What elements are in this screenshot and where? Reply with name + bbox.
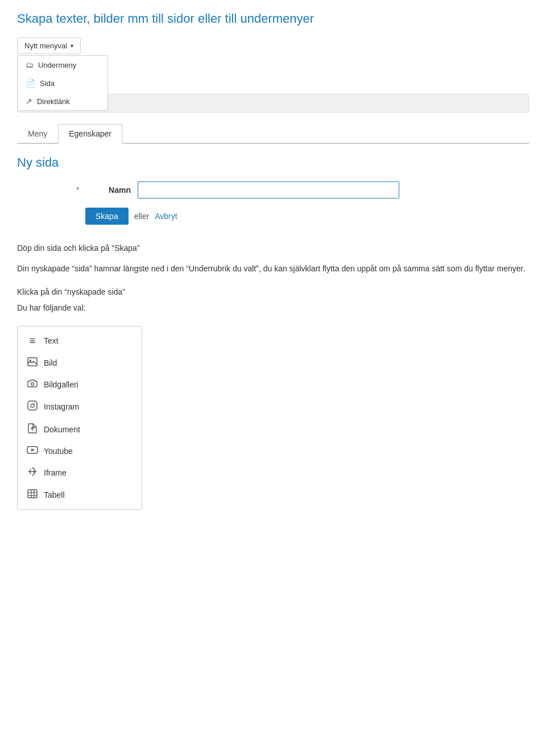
menu-item-direktlank[interactable]: ↗ Direktlänk bbox=[18, 92, 107, 110]
menu-item-undermeny-label: Undermeny bbox=[38, 61, 76, 69]
required-marker: * bbox=[76, 185, 79, 194]
cancel-button[interactable]: Avbryt bbox=[155, 212, 177, 221]
content-menu-youtube-label: Youtube bbox=[44, 447, 73, 456]
tabs-bar: Meny Egenskaper bbox=[17, 124, 529, 144]
menu-item-direktlank-label: Direktlänk bbox=[37, 97, 70, 106]
chevron-down-icon: ▾ bbox=[71, 43, 73, 49]
image-icon bbox=[27, 357, 38, 369]
content-menu-iframe-label: Iframe bbox=[44, 468, 67, 477]
dropdown-menu: 🗂 Undermeny 📄 Sida ↗ Direktlänk bbox=[17, 55, 108, 111]
svg-rect-7 bbox=[28, 490, 37, 498]
dokument-icon bbox=[27, 423, 38, 436]
content-menu-dokument[interactable]: Dokument bbox=[18, 418, 142, 441]
iframe-icon bbox=[27, 466, 38, 479]
dropdown-area: Nytt menyval ▾ 🗂 Undermeny 📄 Sida ↗ Dire… bbox=[17, 38, 81, 54]
content-menu-tabell-label: Tabell bbox=[44, 490, 65, 499]
menu-item-undermeny[interactable]: 🗂 Undermeny bbox=[18, 56, 107, 74]
form-actions: Skapa eller Avbryt bbox=[17, 208, 529, 225]
table-icon bbox=[27, 489, 38, 501]
name-form-group: * Namn bbox=[17, 181, 529, 199]
content-menu-dokument-label: Dokument bbox=[44, 425, 80, 434]
folder-icon: 🗂 bbox=[26, 60, 34, 69]
page-title: Skapa texter, bilder mm till sidor eller… bbox=[17, 11, 529, 26]
create-button[interactable]: Skapa bbox=[85, 208, 129, 225]
tab-egenskaper[interactable]: Egenskaper bbox=[58, 124, 122, 144]
desc-line2: Din nyskapade “sida” hamnar längste ned … bbox=[17, 262, 529, 275]
content-menu-bildgalleri-label: Bildgalleri bbox=[44, 380, 78, 389]
name-label: * Namn bbox=[85, 185, 131, 195]
dropdown-button-label: Nytt menyval bbox=[24, 42, 67, 50]
content-menu-instagram-label: Instagram bbox=[44, 402, 79, 411]
tab-meny[interactable]: Meny bbox=[17, 124, 58, 144]
svg-point-5 bbox=[34, 403, 35, 404]
file-icon: 📄 bbox=[26, 79, 35, 88]
desc-line1: Döp din sida och klicka på “Skapa” bbox=[17, 242, 529, 254]
content-menu-text-label: Text bbox=[44, 336, 59, 345]
svg-rect-3 bbox=[28, 401, 37, 410]
content-menu-youtube[interactable]: Youtube bbox=[18, 441, 142, 461]
or-separator: eller bbox=[134, 212, 149, 221]
text-icon: ≡ bbox=[27, 335, 38, 347]
content-menu-bildgalleri[interactable]: Bildgalleri bbox=[18, 374, 142, 395]
svg-point-2 bbox=[31, 382, 34, 385]
instagram-icon bbox=[27, 400, 38, 413]
name-label-text: Namn bbox=[109, 185, 131, 195]
svg-point-4 bbox=[31, 404, 34, 407]
content-menu-text[interactable]: ≡ Text bbox=[18, 330, 142, 352]
desc-line3: Klicka på din “nyskapade sida” bbox=[17, 286, 529, 298]
content-menu-instagram[interactable]: Instagram bbox=[18, 395, 142, 418]
ny-sida-title: Ny sida bbox=[17, 155, 529, 170]
content-menu-box: ≡ Text Bild Bildgalleri bbox=[17, 326, 142, 510]
link-icon: ↗ bbox=[26, 97, 32, 106]
menu-item-sida-label: Sida bbox=[40, 79, 55, 88]
new-menu-button[interactable]: Nytt menyval ▾ bbox=[17, 38, 81, 54]
content-menu-bild-label: Bild bbox=[44, 358, 57, 367]
content-menu-tabell[interactable]: Tabell bbox=[18, 484, 142, 506]
desc-line4: Du har följande val: bbox=[17, 301, 529, 314]
content-menu-bild[interactable]: Bild bbox=[18, 352, 142, 374]
camera-icon bbox=[27, 379, 38, 390]
menu-item-sida[interactable]: 📄 Sida bbox=[18, 74, 107, 92]
content-menu-iframe[interactable]: Iframe bbox=[18, 461, 142, 484]
name-input[interactable] bbox=[138, 181, 399, 199]
youtube-icon bbox=[27, 446, 38, 456]
